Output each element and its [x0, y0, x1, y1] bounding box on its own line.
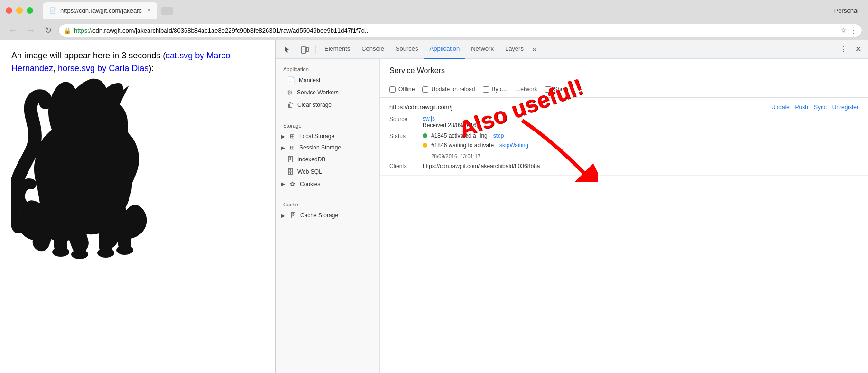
- inspect-element-button[interactable]: [279, 42, 295, 56]
- tab-console[interactable]: Console: [356, 40, 390, 59]
- bypass-for-network-option[interactable]: Byp…: [483, 86, 508, 93]
- update-on-reload-checkbox[interactable]: [422, 86, 428, 93]
- url-https: https://: [74, 27, 92, 34]
- sidebar-item-clear-storage[interactable]: 🗑 Clear storage: [276, 99, 379, 111]
- devtools-actions: ⋮ ✕: [837, 43, 864, 56]
- tab-application[interactable]: Application: [424, 40, 466, 59]
- url-menu-icon[interactable]: ⋮: [850, 26, 857, 35]
- bookmark-icon[interactable]: ☆: [840, 27, 847, 34]
- manifest-icon: 📄: [287, 76, 295, 84]
- sidebar-item-web-sql[interactable]: 🗄 Web SQL: [276, 166, 379, 178]
- tab-layers[interactable]: Layers: [499, 40, 529, 59]
- tab-sources[interactable]: Sources: [390, 40, 424, 59]
- devtools-panel-wrapper: Service Workers Offline Update on reload: [380, 59, 868, 373]
- sw-origin-url: https://cdn.rawgit.com/j: [389, 103, 452, 111]
- sw-entry: https://cdn.rawgit.com/j Update Push Syn…: [380, 98, 868, 176]
- received-text: Received 28/09/2016,: [423, 122, 478, 129]
- sidebar-item-indexeddb[interactable]: 🗄 IndexedDB: [276, 153, 379, 166]
- offline-label: Offline: [398, 86, 415, 93]
- sidebar-divider-2: [276, 194, 379, 194]
- tab-elements[interactable]: Elements: [319, 40, 356, 59]
- local-storage-grid-icon: ⊞: [290, 133, 295, 140]
- service-workers-icon: ⚙: [287, 89, 293, 96]
- offline-option[interactable]: Offline: [389, 86, 415, 93]
- network-text: …etwork: [515, 86, 537, 93]
- clients-row: Clients https://cdn.rawgit.com/jakearchi…: [389, 163, 859, 169]
- devtools-panel: Elements Console Sources Application Net…: [275, 40, 868, 373]
- status-row-2: #1846 waiting to activate skipWaiting 28…: [423, 142, 859, 159]
- sync-link[interactable]: Sync: [814, 104, 827, 111]
- tab-network[interactable]: Network: [465, 40, 499, 59]
- svg-point-9: [52, 247, 69, 257]
- sidebar-item-service-workers[interactable]: ⚙ Service Workers: [276, 86, 379, 99]
- status-suffix-1: ing: [480, 132, 488, 139]
- application-section-header: Application: [276, 63, 379, 74]
- more-tabs-button[interactable]: »: [529, 41, 539, 57]
- svg-point-12: [116, 245, 133, 255]
- offline-checkbox[interactable]: [389, 86, 396, 93]
- skip-waiting-link[interactable]: skipWaiting: [499, 142, 528, 149]
- clear-storage-label: Clear storage: [297, 102, 332, 108]
- title-bar: 📄 https://cdn.rawgit.com/jakearc × Perso…: [0, 0, 868, 21]
- sw-options-row: Offline Update on reload Byp… …etwork: [380, 81, 868, 98]
- status-text-2: #1846 waiting to activate: [431, 142, 494, 149]
- horse-svg-link[interactable]: horse.svg by Carla Dias: [58, 64, 148, 73]
- yellow-status-dot: [423, 143, 427, 148]
- update-link[interactable]: Update: [771, 104, 790, 111]
- url-domain: cdn.rawgit.com/jakearchibald/80368b84ac1…: [92, 27, 370, 34]
- forward-button[interactable]: →: [24, 24, 38, 37]
- unregister-link[interactable]: Unregister: [832, 104, 859, 111]
- close-traffic-light[interactable]: [6, 7, 12, 14]
- status-label: Status: [389, 132, 423, 140]
- sw-action-links: Update Push Sync Unregister: [771, 104, 859, 111]
- show-option[interactable]: Show: [545, 86, 568, 93]
- browser-tab[interactable]: 📄 https://cdn.rawgit.com/jakearc ×: [43, 2, 157, 19]
- cookies-icon: ✿: [290, 180, 295, 187]
- url-bar[interactable]: 🔒 https://cdn.rawgit.com/jakearchibald/8…: [58, 24, 862, 37]
- new-tab-icon: [160, 4, 174, 18]
- cookies-arrow: ▶: [281, 181, 286, 186]
- url-text: https://cdn.rawgit.com/jakearchibald/803…: [74, 27, 838, 34]
- status-row-1: #1845 activated a ing stop: [423, 132, 859, 139]
- cookies-label: Cookies: [300, 181, 320, 187]
- clients-label: Clients: [389, 163, 423, 169]
- show-checkbox[interactable]: [545, 86, 551, 93]
- status-row-container: Status #1845 activated a ing stop: [389, 132, 859, 159]
- new-tab-button[interactable]: [159, 3, 175, 19]
- sidebar-item-session-storage[interactable]: ▶ ⊞ Session Storage: [276, 142, 379, 153]
- cache-storage-icon: 🗄: [290, 212, 296, 219]
- sidebar-item-cookies[interactable]: ▶ ✿ Cookies: [276, 178, 379, 190]
- sw-js-link[interactable]: sw.js: [423, 115, 435, 122]
- push-link[interactable]: Push: [795, 104, 808, 111]
- devtools-close-button[interactable]: ✕: [852, 43, 864, 56]
- sidebar-item-cache-storage[interactable]: ▶ 🗄 Cache Storage: [276, 209, 379, 222]
- profile-label: Personal: [834, 7, 862, 14]
- sidebar-item-manifest[interactable]: 📄 Manifest: [276, 74, 379, 86]
- devtools-sidebar: Application 📄 Manifest ⚙ Service Workers…: [276, 59, 380, 373]
- back-button[interactable]: ←: [6, 24, 20, 37]
- reload-button[interactable]: ↻: [42, 23, 55, 37]
- manifest-label: Manifest: [299, 77, 320, 84]
- storage-section-header: Storage: [276, 119, 379, 131]
- minimize-traffic-light[interactable]: [16, 7, 23, 14]
- tab-close-button[interactable]: ×: [148, 7, 151, 14]
- panel-title: Service Workers: [380, 59, 868, 81]
- bypass-for-network-checkbox[interactable]: [483, 86, 489, 93]
- devtools-menu-button[interactable]: ⋮: [837, 43, 850, 56]
- maximize-traffic-light[interactable]: [27, 7, 33, 14]
- bypass-for-network-label: Byp…: [492, 86, 508, 93]
- sidebar-item-local-storage[interactable]: ▶ ⊞ Local Storage: [276, 131, 379, 142]
- update-on-reload-option[interactable]: Update on reload: [422, 86, 475, 93]
- page-text-before: An image will appear here in 3 seconds (: [11, 51, 166, 60]
- secure-icon: 🔒: [64, 27, 71, 34]
- url-bar-row: ← → ↻ 🔒 https://cdn.rawgit.com/jakearchi…: [0, 21, 868, 40]
- tab-bar: 📄 https://cdn.rawgit.com/jakearc ×: [43, 2, 831, 19]
- cache-storage-arrow: ▶: [281, 213, 286, 218]
- page-content: An image will appear here in 3 seconds (…: [0, 40, 275, 373]
- stop-link[interactable]: stop: [493, 132, 504, 139]
- devtools-body: Application 📄 Manifest ⚙ Service Workers…: [276, 59, 868, 373]
- traffic-lights: [6, 7, 33, 14]
- local-storage-arrow: ▶: [281, 134, 286, 139]
- status-row-2-inner: #1846 waiting to activate skipWaiting: [423, 142, 528, 149]
- device-toolbar-button[interactable]: [296, 42, 313, 56]
